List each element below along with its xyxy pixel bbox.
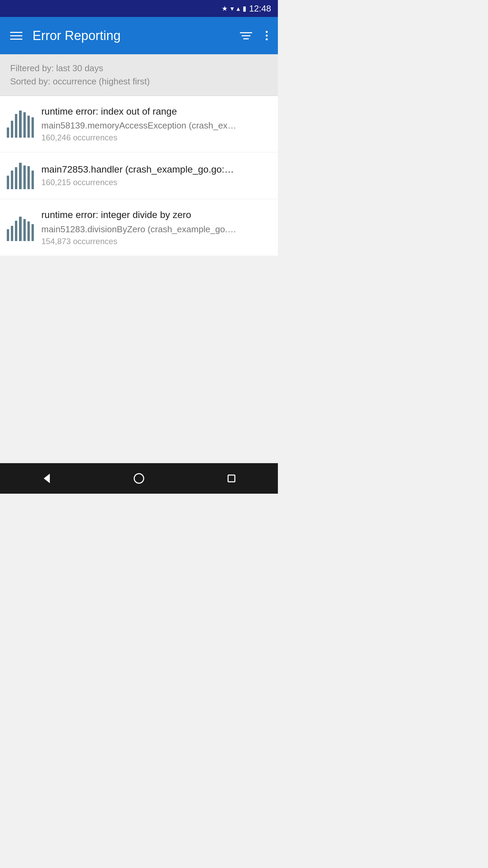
error-detail-1: main58139.memoryAccessException (crash_e… — [41, 120, 238, 131]
battery-icon: ▮ — [243, 4, 246, 13]
more-options-button[interactable] — [262, 27, 271, 44]
bluetooth-icon: ★ — [222, 4, 228, 13]
recent-apps-button[interactable] — [221, 468, 242, 489]
error-title-1: runtime error: index out of range — [41, 105, 271, 118]
error-content-1: runtime error: index out of range main58… — [41, 105, 271, 142]
error-item-1[interactable]: runtime error: index out of range main58… — [0, 96, 278, 152]
back-button[interactable] — [36, 468, 57, 489]
status-bar: ★ ▾ ▴ ▮ 12:48 — [0, 0, 278, 17]
error-occurrences-2: 160,215 occurrences — [41, 178, 271, 187]
home-button[interactable] — [129, 468, 149, 489]
filter-icon — [240, 32, 252, 39]
error-occurrences-1: 160,246 occurrences — [41, 133, 271, 142]
menu-button[interactable] — [7, 28, 26, 43]
error-occurrences-3: 154,873 occurrences — [41, 237, 271, 246]
error-content-2: main72853.handler (crash_example_go.go:2… — [41, 164, 271, 187]
error-chart-1 — [7, 111, 34, 138]
svg-rect-2 — [228, 475, 235, 482]
error-chart-3 — [7, 214, 34, 241]
error-detail-3: main51283.divisionByZero (crash_example_… — [41, 224, 238, 235]
error-list: runtime error: index out of range main58… — [0, 96, 278, 256]
nav-bar — [0, 463, 278, 494]
svg-marker-0 — [44, 474, 50, 483]
sorted-by-text: Sorted by: occurrence (highest first) — [10, 75, 268, 88]
filter-bar: Filtered by: last 30 days Sorted by: occ… — [0, 54, 278, 96]
status-time: 12:48 — [249, 3, 271, 14]
error-item-3[interactable]: runtime error: integer divide by zero ma… — [0, 199, 278, 255]
filter-button[interactable] — [237, 29, 256, 43]
error-detail-2: main72853.handler (crash_example_go.go:2… — [41, 164, 238, 175]
app-bar: Error Reporting — [0, 17, 278, 54]
signal-icon: ▴ — [237, 4, 240, 13]
wifi-icon: ▾ — [230, 4, 234, 13]
status-icons: ★ ▾ ▴ ▮ 12:48 — [222, 3, 271, 14]
page-title: Error Reporting — [33, 28, 230, 43]
error-chart-2 — [7, 162, 34, 189]
filtered-by-text: Filtered by: last 30 days — [10, 62, 268, 75]
error-content-3: runtime error: integer divide by zero ma… — [41, 209, 271, 246]
svg-point-1 — [134, 474, 144, 483]
error-title-3: runtime error: integer divide by zero — [41, 209, 271, 221]
error-item-2[interactable]: main72853.handler (crash_example_go.go:2… — [0, 153, 278, 199]
